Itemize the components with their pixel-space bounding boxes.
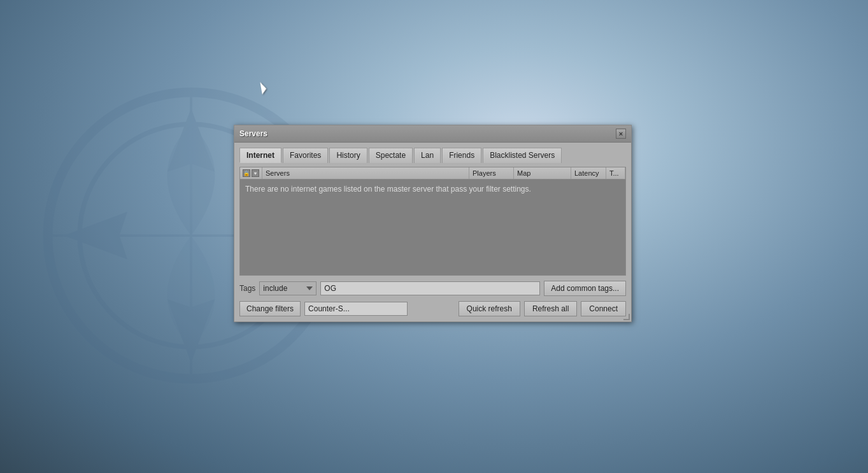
bottom-row: Change filters Quick refresh Refresh all…: [239, 301, 626, 316]
tags-input[interactable]: [320, 281, 540, 295]
tags-row: Tags include exclude Add common tags...: [239, 281, 626, 296]
servers-dialog: Servers × Internet Favorites History Spe…: [234, 125, 632, 322]
tab-friends[interactable]: Friends: [442, 148, 481, 163]
server-list-header: 🔒 ♥ Servers Players Map Latency T...: [240, 167, 625, 180]
tags-filter-select[interactable]: include exclude: [259, 281, 317, 295]
column-header-t[interactable]: T...: [606, 167, 625, 179]
dialog-body: Internet Favorites History Spectate Lan …: [234, 143, 631, 321]
tab-internet[interactable]: Internet: [239, 148, 281, 163]
heart-icon: ♥: [252, 169, 259, 177]
resize-handle[interactable]: [622, 313, 631, 321]
column-header-map[interactable]: Map: [514, 167, 571, 179]
tab-lan[interactable]: Lan: [414, 148, 441, 163]
tab-history[interactable]: History: [329, 148, 367, 163]
change-filters-button[interactable]: Change filters: [239, 301, 301, 316]
add-common-tags-button[interactable]: Add common tags...: [544, 281, 626, 296]
connect-button[interactable]: Connect: [581, 301, 626, 316]
server-list-container: 🔒 ♥ Servers Players Map Latency T... The…: [239, 167, 626, 276]
no-servers-message: There are no internet games listed on th…: [245, 185, 531, 194]
tab-spectate[interactable]: Spectate: [369, 148, 413, 163]
quick-refresh-button[interactable]: Quick refresh: [459, 301, 520, 316]
dialog-title: Servers: [239, 129, 267, 138]
header-icon-area: 🔒 ♥: [240, 167, 262, 179]
column-header-latency[interactable]: Latency: [571, 167, 606, 179]
column-header-players[interactable]: Players: [469, 167, 514, 179]
dialog-titlebar: Servers ×: [234, 125, 631, 143]
server-list-body: There are no internet games listed on th…: [240, 180, 625, 275]
tab-blacklisted[interactable]: Blacklisted Servers: [483, 148, 562, 163]
tags-label: Tags: [239, 284, 255, 293]
game-filter-input[interactable]: [304, 302, 408, 316]
column-header-servers[interactable]: Servers: [262, 167, 469, 179]
refresh-all-button[interactable]: Refresh all: [524, 301, 577, 316]
lock-icon: 🔒: [243, 169, 250, 177]
close-button[interactable]: ×: [616, 129, 626, 139]
tab-bar: Internet Favorites History Spectate Lan …: [239, 148, 626, 163]
tab-favorites[interactable]: Favorites: [283, 148, 328, 163]
